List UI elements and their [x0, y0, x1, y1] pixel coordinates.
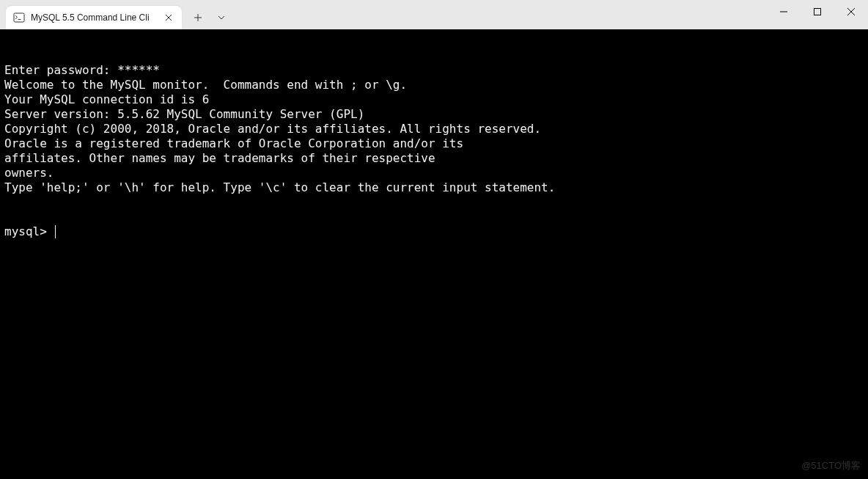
titlebar: MySQL 5.5 Command Line Cli [0, 0, 868, 29]
terminal-content[interactable]: Enter password: ******Welcome to the MyS… [0, 29, 868, 479]
cursor [55, 225, 56, 238]
close-icon [847, 8, 855, 15]
terminal-line: Welcome to the MySQL monitor. Commands e… [4, 78, 864, 92]
tab-title: MySQL 5.5 Command Line Cli [31, 12, 150, 23]
window-close-button[interactable] [834, 0, 868, 23]
maximize-icon [814, 8, 821, 15]
terminal-line: Oracle is a registered trademark of Orac… [4, 136, 864, 151]
terminal-line: owners. [4, 166, 864, 180]
minimize-button[interactable] [767, 0, 801, 23]
terminal-line: Your MySQL connection id is 6 [4, 92, 864, 107]
terminal-prompt-line: mysql> [4, 224, 864, 239]
close-icon [165, 14, 172, 21]
terminal-line: Server version: 5.5.62 MySQL Community S… [4, 107, 864, 122]
chevron-down-icon [217, 13, 226, 22]
svg-rect-7 [814, 9, 821, 15]
terminal-prompt: mysql> [4, 224, 54, 239]
terminal-line: Copyright (c) 2000, 2018, Oracle and/or … [4, 122, 864, 136]
maximize-button[interactable] [801, 0, 834, 23]
tab-close-button[interactable] [161, 10, 176, 25]
terminal-output: Enter password: ******Welcome to the MyS… [4, 63, 864, 195]
terminal-icon [13, 12, 25, 23]
new-tab-button[interactable] [188, 7, 208, 28]
minimize-icon [780, 8, 787, 15]
watermark: @51CTO博客 [801, 458, 861, 473]
svg-rect-0 [14, 13, 24, 22]
terminal-line: Type 'help;' or '\h' for help. Type '\c'… [4, 180, 864, 195]
plus-icon [194, 13, 202, 22]
window-controls [767, 0, 868, 29]
terminal-line: Enter password: ****** [4, 63, 864, 78]
tab-dropdown-button[interactable] [211, 7, 232, 28]
terminal-line: affiliates. Other names may be trademark… [4, 151, 864, 166]
tab-strip: MySQL 5.5 Command Line Cli [0, 0, 232, 29]
tab-mysql[interactable]: MySQL 5.5 Command Line Cli [6, 6, 182, 29]
